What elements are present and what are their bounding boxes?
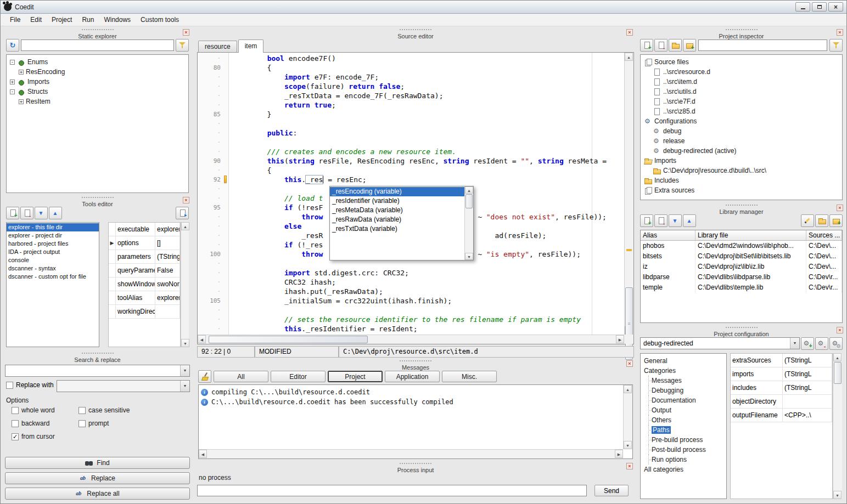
property-row[interactable]: toolAliasexplorer <box>109 291 180 305</box>
symbol-search-input[interactable] <box>21 39 174 51</box>
menu-custom-tools[interactable]: Custom tools <box>136 14 184 25</box>
category-item-debugging[interactable]: Debugging <box>641 386 726 395</box>
open-library-file-button[interactable] <box>815 214 828 227</box>
project-item-debug-redirected-active[interactable]: debug-redirected (active) <box>641 146 842 156</box>
move-library-down-button[interactable] <box>669 214 682 227</box>
move-tool-up-button[interactable] <box>49 207 62 219</box>
close-library-manager-button[interactable]: × <box>837 205 843 211</box>
close-static-explorer-button[interactable]: × <box>183 29 189 36</box>
open-folder-button[interactable] <box>683 39 696 52</box>
symbol-item-resitem[interactable]: +ResItem <box>7 97 188 106</box>
code-line[interactable]: // sets the resource identifier to the r… <box>229 315 624 324</box>
code-line[interactable]: public: <box>229 128 624 138</box>
menu-edit[interactable]: Edit <box>25 14 47 25</box>
expander-icon[interactable]: - <box>10 89 15 94</box>
library-row-iz[interactable]: izC:\Dev\dproj\iz\lib\iz.libC:\Dev\... <box>641 262 842 272</box>
add-source-button[interactable] <box>640 39 653 52</box>
tool-list-item[interactable]: IDA - project output <box>7 248 99 256</box>
expander-icon[interactable]: + <box>19 70 24 75</box>
editor-horizontal-scrollbar[interactable]: ◀ ▶ <box>198 335 624 344</box>
expander-icon[interactable]: + <box>19 99 24 104</box>
close-messages-button[interactable]: × <box>626 360 633 367</box>
property-row[interactable]: showWindowsswoNone <box>109 278 180 291</box>
message-entry[interactable]: icompiling C:\...\build\resource.d.coedi… <box>200 387 621 397</box>
option-from-cursor[interactable]: ✓from cursor <box>12 433 55 440</box>
property-value[interactable]: explorer <box>155 223 180 236</box>
messages-horizontal-scrollbar[interactable]: ◀▶ <box>199 449 623 458</box>
category-item-all-categories[interactable]: All categories <box>641 465 726 474</box>
tools-grid-scrollbar[interactable]: ▲ ▼ <box>181 222 189 347</box>
tool-list-item[interactable]: dscanner - custom opt for file <box>7 273 99 281</box>
property-value[interactable]: (TStringL <box>783 354 832 367</box>
property-row[interactable]: ▶options[] <box>109 236 180 250</box>
property-value[interactable]: explorer <box>155 291 180 304</box>
panel-grip[interactable] <box>82 29 114 31</box>
category-item-paths[interactable]: Paths <box>641 425 726 435</box>
category-item-pre-build-process[interactable]: Pre-build process <box>641 435 726 445</box>
project-item-extra-sources[interactable]: Extra sources <box>641 185 842 195</box>
completion-scrollbar[interactable]: ▲ ▼ <box>464 186 473 260</box>
project-item-src-item-d[interactable]: ..\src\item.d <box>641 77 842 87</box>
send-button[interactable]: Send <box>594 485 629 496</box>
completion-item[interactable]: _resIdentifier (variable) <box>330 196 464 206</box>
option-whole-word[interactable]: whole word <box>12 406 55 414</box>
dropdown-arrow-icon[interactable]: ▼ <box>790 338 799 349</box>
symbol-item-imports[interactable]: +Imports <box>7 77 188 87</box>
category-item-output[interactable]: Output <box>641 405 726 415</box>
search-term-combobox[interactable]: ▼ <box>5 365 190 377</box>
clear-messages-button[interactable] <box>198 370 211 383</box>
replace-term-combobox[interactable]: ▼ <box>57 380 190 392</box>
project-item-debug[interactable]: debug <box>641 126 842 136</box>
titlebar[interactable]: Coedit × <box>1 1 846 14</box>
messages-vertical-scrollbar[interactable]: ▲▼ <box>623 385 632 449</box>
editor-vertical-scrollbar[interactable]: ▲ ▼ ≡ <box>624 53 633 335</box>
remove-source-button[interactable] <box>654 39 667 52</box>
project-item-release[interactable]: release <box>641 136 842 146</box>
add-library-from-folder-button[interactable] <box>829 214 843 227</box>
tool-list-item[interactable]: console <box>7 256 99 264</box>
filter-all-button[interactable]: All <box>214 371 268 382</box>
clone-configuration-button[interactable] <box>829 337 843 350</box>
code-line[interactable] <box>229 119 624 128</box>
menu-run[interactable]: Run <box>77 14 99 25</box>
checkbox[interactable] <box>78 420 86 427</box>
property-value[interactable]: [] <box>155 236 180 250</box>
option-prompt[interactable]: prompt <box>78 420 109 427</box>
completion-item[interactable]: _resEncoding (variable) <box>330 187 464 196</box>
completion-item[interactable]: _resTxtData (variable) <box>330 224 464 234</box>
symbol-item-structs[interactable]: -Structs <box>7 87 188 97</box>
close-project-inspector-button[interactable]: × <box>837 29 843 36</box>
symbol-item-resencoding[interactable]: +ResEncoding <box>7 67 188 77</box>
add-library-button[interactable] <box>640 214 653 227</box>
configuration-selector[interactable]: debug-redirected ▼ <box>640 337 800 349</box>
column-alias[interactable]: Alias <box>641 230 695 241</box>
code-line[interactable]: bool encodee7F() <box>229 54 624 63</box>
category-item-documentation[interactable]: Documentation <box>641 395 726 405</box>
close-project-configuration-button[interactable]: × <box>837 327 843 333</box>
menu-windows[interactable]: Windows <box>99 14 136 25</box>
code-line[interactable]: _initialSum = crc322uint(ihash.finish); <box>229 296 624 305</box>
refresh-symbols-button[interactable] <box>6 39 19 52</box>
category-item-general[interactable]: General <box>641 356 726 366</box>
code-line[interactable]: _resTxtData = encode_7F(_resRawData); <box>229 91 624 100</box>
code-line[interactable]: { <box>229 63 624 72</box>
configuration-grid-scrollbar[interactable]: ▲ ▼ <box>833 353 842 499</box>
code-line[interactable] <box>229 138 624 147</box>
category-item-messages[interactable]: Messages <box>641 376 726 386</box>
tab-item[interactable]: item <box>238 39 264 53</box>
property-row[interactable]: extraSources(TStringL <box>731 354 832 367</box>
code-line[interactable]: import e7F: encode_7F; <box>229 72 624 82</box>
expander-icon[interactable]: - <box>10 60 15 65</box>
dropdown-arrow-icon[interactable]: ▼ <box>180 381 189 392</box>
execute-tool-button[interactable] <box>176 207 189 219</box>
property-row[interactable]: executableexplorer <box>109 223 180 236</box>
code-line[interactable]: this(string resFile, ResEncoding resEnc,… <box>229 156 624 166</box>
property-row[interactable]: queryParametFalse <box>109 264 180 278</box>
property-row[interactable]: objectDirectory <box>731 395 832 409</box>
process-input-field[interactable] <box>197 485 587 496</box>
close-window-button[interactable]: × <box>828 2 843 12</box>
library-row-bitsets[interactable]: bitsetsC:\Dev\dproj\bitSet\lib\bitsets.l… <box>641 251 842 262</box>
find-button[interactable]: Find <box>5 457 190 469</box>
property-value[interactable]: False <box>155 264 180 277</box>
tool-list-item[interactable]: dscanner - syntax <box>7 264 99 273</box>
